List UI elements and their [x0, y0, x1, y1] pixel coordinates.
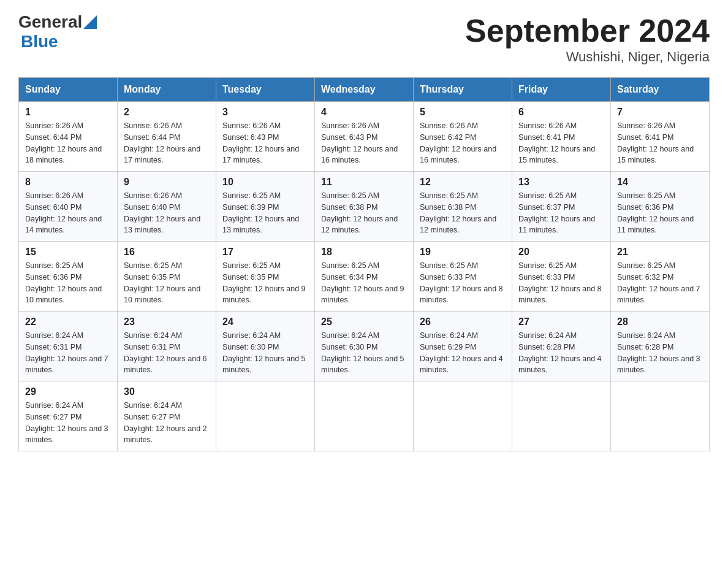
table-row: 17 Sunrise: 6:25 AMSunset: 6:35 PMDaylig…	[216, 242, 315, 312]
day-info: Sunrise: 6:26 AMSunset: 6:41 PMDaylight:…	[617, 120, 703, 166]
day-number: 16	[124, 247, 210, 258]
col-thursday: Thursday	[414, 78, 512, 102]
table-row	[216, 381, 315, 451]
table-row: 1 Sunrise: 6:26 AMSunset: 6:44 PMDayligh…	[19, 102, 118, 172]
table-row	[414, 381, 512, 451]
day-info: Sunrise: 6:24 AMSunset: 6:30 PMDaylight:…	[321, 330, 407, 376]
day-number: 23	[124, 316, 210, 327]
day-number: 30	[124, 386, 210, 397]
table-row	[611, 381, 710, 451]
table-row: 29 Sunrise: 6:24 AMSunset: 6:27 PMDaylig…	[19, 381, 118, 451]
table-row: 12 Sunrise: 6:25 AMSunset: 6:38 PMDaylig…	[414, 172, 512, 242]
day-info: Sunrise: 6:25 AMSunset: 6:39 PMDaylight:…	[222, 190, 308, 236]
day-number: 12	[420, 177, 506, 188]
day-info: Sunrise: 6:25 AMSunset: 6:38 PMDaylight:…	[420, 190, 506, 236]
col-friday: Friday	[512, 78, 611, 102]
table-row: 10 Sunrise: 6:25 AMSunset: 6:39 PMDaylig…	[216, 172, 315, 242]
day-number: 20	[518, 247, 604, 258]
day-number: 18	[321, 247, 407, 258]
day-number: 15	[25, 247, 111, 258]
table-row: 22 Sunrise: 6:24 AMSunset: 6:31 PMDaylig…	[19, 312, 118, 381]
day-info: Sunrise: 6:24 AMSunset: 6:27 PMDaylight:…	[124, 400, 210, 446]
day-number: 14	[617, 177, 703, 188]
calendar-week-row: 29 Sunrise: 6:24 AMSunset: 6:27 PMDaylig…	[19, 381, 710, 451]
table-row: 15 Sunrise: 6:25 AMSunset: 6:36 PMDaylig…	[19, 242, 118, 312]
table-row: 25 Sunrise: 6:24 AMSunset: 6:30 PMDaylig…	[315, 312, 414, 381]
day-info: Sunrise: 6:25 AMSunset: 6:35 PMDaylight:…	[124, 260, 210, 306]
table-row: 19 Sunrise: 6:25 AMSunset: 6:33 PMDaylig…	[414, 242, 512, 312]
table-row: 20 Sunrise: 6:25 AMSunset: 6:33 PMDaylig…	[512, 242, 611, 312]
day-number: 21	[617, 247, 703, 258]
col-monday: Monday	[118, 78, 216, 102]
table-row: 24 Sunrise: 6:24 AMSunset: 6:30 PMDaylig…	[216, 312, 315, 381]
table-row: 3 Sunrise: 6:26 AMSunset: 6:43 PMDayligh…	[216, 102, 315, 172]
day-info: Sunrise: 6:24 AMSunset: 6:28 PMDaylight:…	[518, 330, 604, 376]
table-row: 7 Sunrise: 6:26 AMSunset: 6:41 PMDayligh…	[611, 102, 710, 172]
table-row: 13 Sunrise: 6:25 AMSunset: 6:37 PMDaylig…	[512, 172, 611, 242]
day-number: 27	[518, 316, 604, 327]
table-row: 6 Sunrise: 6:26 AMSunset: 6:41 PMDayligh…	[512, 102, 611, 172]
day-number: 3	[222, 107, 308, 118]
day-info: Sunrise: 6:24 AMSunset: 6:31 PMDaylight:…	[25, 330, 111, 376]
logo-blue-text: Blue	[21, 32, 58, 52]
day-number: 6	[518, 107, 604, 118]
day-info: Sunrise: 6:25 AMSunset: 6:37 PMDaylight:…	[518, 190, 604, 236]
logo-general-text: General	[18, 12, 82, 32]
day-number: 26	[420, 316, 506, 327]
table-row: 4 Sunrise: 6:26 AMSunset: 6:43 PMDayligh…	[315, 102, 414, 172]
day-number: 1	[25, 107, 111, 118]
col-tuesday: Tuesday	[216, 78, 315, 102]
col-saturday: Saturday	[611, 78, 710, 102]
page-title: September 2024	[465, 12, 710, 49]
day-info: Sunrise: 6:26 AMSunset: 6:40 PMDaylight:…	[124, 190, 210, 236]
day-info: Sunrise: 6:26 AMSunset: 6:43 PMDaylight:…	[321, 120, 407, 166]
day-info: Sunrise: 6:24 AMSunset: 6:27 PMDaylight:…	[25, 400, 111, 446]
col-sunday: Sunday	[19, 78, 118, 102]
day-info: Sunrise: 6:25 AMSunset: 6:36 PMDaylight:…	[617, 190, 703, 236]
table-row: 8 Sunrise: 6:26 AMSunset: 6:40 PMDayligh…	[19, 172, 118, 242]
table-row: 5 Sunrise: 6:26 AMSunset: 6:42 PMDayligh…	[414, 102, 512, 172]
day-number: 7	[617, 107, 703, 118]
day-number: 8	[25, 177, 111, 188]
calendar-week-row: 8 Sunrise: 6:26 AMSunset: 6:40 PMDayligh…	[19, 172, 710, 242]
day-number: 13	[518, 177, 604, 188]
table-row: 11 Sunrise: 6:25 AMSunset: 6:38 PMDaylig…	[315, 172, 414, 242]
svg-marker-0	[83, 15, 97, 29]
day-info: Sunrise: 6:25 AMSunset: 6:36 PMDaylight:…	[25, 260, 111, 306]
day-number: 28	[617, 316, 703, 327]
day-info: Sunrise: 6:25 AMSunset: 6:38 PMDaylight:…	[321, 190, 407, 236]
day-number: 22	[25, 316, 111, 327]
logo-triangle-icon	[83, 15, 97, 29]
day-info: Sunrise: 6:24 AMSunset: 6:30 PMDaylight:…	[222, 330, 308, 376]
day-info: Sunrise: 6:25 AMSunset: 6:34 PMDaylight:…	[321, 260, 407, 306]
day-info: Sunrise: 6:24 AMSunset: 6:29 PMDaylight:…	[420, 330, 506, 376]
table-row	[512, 381, 611, 451]
table-row: 30 Sunrise: 6:24 AMSunset: 6:27 PMDaylig…	[118, 381, 216, 451]
table-row: 26 Sunrise: 6:24 AMSunset: 6:29 PMDaylig…	[414, 312, 512, 381]
table-row: 9 Sunrise: 6:26 AMSunset: 6:40 PMDayligh…	[118, 172, 216, 242]
day-info: Sunrise: 6:26 AMSunset: 6:44 PMDaylight:…	[124, 120, 210, 166]
table-row: 16 Sunrise: 6:25 AMSunset: 6:35 PMDaylig…	[118, 242, 216, 312]
day-info: Sunrise: 6:24 AMSunset: 6:28 PMDaylight:…	[617, 330, 703, 376]
title-block: September 2024 Wushishi, Niger, Nigeria	[465, 12, 710, 65]
day-number: 17	[222, 247, 308, 258]
logo: General Blue	[18, 12, 97, 52]
table-row: 28 Sunrise: 6:24 AMSunset: 6:28 PMDaylig…	[611, 312, 710, 381]
table-row: 21 Sunrise: 6:25 AMSunset: 6:32 PMDaylig…	[611, 242, 710, 312]
day-info: Sunrise: 6:26 AMSunset: 6:41 PMDaylight:…	[518, 120, 604, 166]
day-number: 4	[321, 107, 407, 118]
col-wednesday: Wednesday	[315, 78, 414, 102]
table-row	[315, 381, 414, 451]
day-number: 29	[25, 386, 111, 397]
table-row: 27 Sunrise: 6:24 AMSunset: 6:28 PMDaylig…	[512, 312, 611, 381]
calendar-week-row: 1 Sunrise: 6:26 AMSunset: 6:44 PMDayligh…	[19, 102, 710, 172]
day-info: Sunrise: 6:25 AMSunset: 6:33 PMDaylight:…	[518, 260, 604, 306]
page-subtitle: Wushishi, Niger, Nigeria	[465, 49, 710, 65]
day-number: 9	[124, 177, 210, 188]
day-number: 2	[124, 107, 210, 118]
calendar-week-row: 22 Sunrise: 6:24 AMSunset: 6:31 PMDaylig…	[19, 312, 710, 381]
day-number: 25	[321, 316, 407, 327]
table-row: 2 Sunrise: 6:26 AMSunset: 6:44 PMDayligh…	[118, 102, 216, 172]
day-info: Sunrise: 6:24 AMSunset: 6:31 PMDaylight:…	[124, 330, 210, 376]
table-row: 14 Sunrise: 6:25 AMSunset: 6:36 PMDaylig…	[611, 172, 710, 242]
